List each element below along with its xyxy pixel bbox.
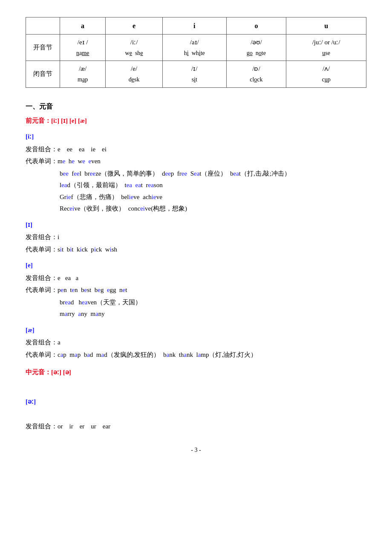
cell-u-bi-phoneme: /ʌ/ cup	[286, 61, 366, 87]
ae-rep-word: 代表单词：cap map bad mad（发疯的,发狂的） bank thank…	[26, 350, 366, 361]
ii-rep-word: 代表单词：me he we even	[26, 156, 366, 167]
e-sound-combo: 发音组合：e ea a	[26, 273, 366, 284]
front-vowel-title: 前元音：[iː] [ɪ] [e] [æ]	[26, 116, 366, 127]
cell-i-kai-phoneme: /aɪ/ hi white	[162, 35, 226, 61]
ii-sound-combo: 发音组合：e ee ea ie ei	[26, 144, 366, 155]
ii-example2: lead（引领，最前端） tea eat reason	[60, 180, 366, 191]
ae-sound-combo: 发音组合：a	[26, 337, 366, 348]
table-header-a: a	[60, 17, 106, 35]
ii-example1: bee feel breeze（微风，简单的事） deep free Seat（…	[60, 168, 366, 179]
schwa-long-sound-combo: 发音组合：or ir er ur ear	[26, 421, 366, 432]
cell-a-kai-phoneme: /eɪ / name	[60, 35, 106, 61]
phoneme-schwa-long-title: [əː]	[26, 396, 366, 408]
page-number: - 3 -	[26, 445, 366, 455]
cell-e-kai-phoneme: /iː/ we she	[106, 35, 163, 61]
bi-yin-jie-label: 闭音节	[26, 61, 60, 87]
phoneme-ii-title: [iː]	[26, 131, 366, 142]
table-header-u: u	[286, 17, 366, 35]
section-vowel-title: 一、元音	[26, 101, 366, 112]
phonics-table: a e i o u 开音节 /eɪ / name /iː/ we she /aɪ…	[26, 17, 366, 88]
cell-a-bi-phoneme: /æ/ map	[60, 61, 106, 87]
e-example2: marry any many	[60, 309, 366, 320]
i-rep-word: 代表单词：sit bit kick pick wish	[26, 244, 366, 255]
i-sound-combo: 发音组合：i	[26, 232, 366, 243]
cell-i-bi-phoneme: /ɪ/ sit	[162, 61, 226, 87]
table-header-i: i	[162, 17, 226, 35]
phoneme-i-title: [ɪ]	[26, 220, 366, 231]
kai-yin-jie-label: 开音节	[26, 35, 60, 61]
table-header-empty	[26, 17, 60, 35]
table-header-o: o	[226, 17, 286, 35]
cell-e-bi-phoneme: /e/ desk	[106, 61, 163, 87]
phoneme-e-title: [e]	[26, 260, 366, 271]
mid-vowel-title: 中元音：[əː] [ə]	[26, 367, 366, 378]
e-rep-word: 代表单词：pen ten best beg egg net	[26, 285, 366, 296]
ii-example4: Receive（收到，接收） conceive(构想，想象)	[60, 203, 366, 214]
cell-o-bi-phoneme: /ɒ/ clock	[226, 61, 286, 87]
cell-u-kai-phoneme: /juː/ or /uː/ use	[286, 35, 366, 61]
ii-example3: Grief（悲痛，伤痛） believe achieve	[60, 192, 366, 203]
table-header-e: e	[106, 17, 163, 35]
e-example1: bread heaven（天堂，天国）	[60, 297, 366, 308]
cell-o-kai-phoneme: /əʊ/ go note	[226, 35, 286, 61]
phoneme-ae-title: [æ]	[26, 325, 366, 336]
